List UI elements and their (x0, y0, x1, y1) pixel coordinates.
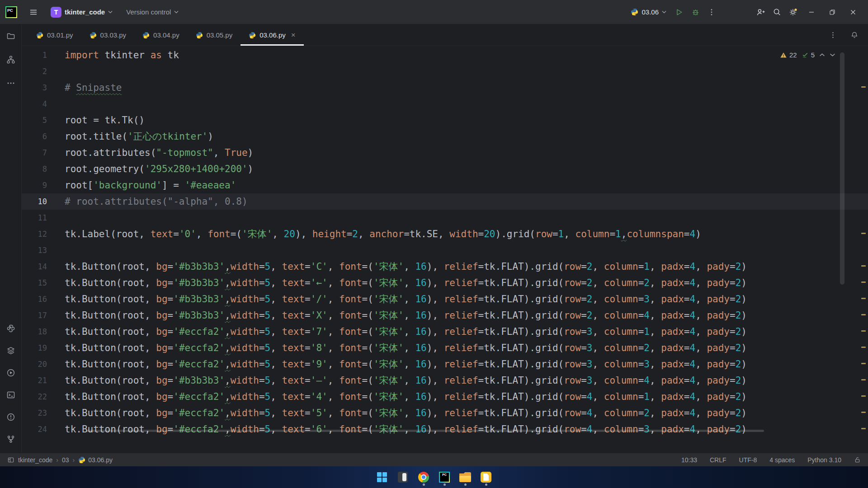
inspections-widget[interactable]: 22 5 (777, 50, 838, 60)
code-line-6[interactable]: 6root.title('正心のtkinter') (22, 128, 868, 145)
taskbar-windows-start-button[interactable] (373, 468, 391, 486)
sidebar-run-button[interactable] (3, 365, 19, 381)
settings-button[interactable] (785, 4, 801, 20)
previous-problem-chevron-icon[interactable] (819, 53, 825, 57)
code-line-3[interactable]: 3# Snipaste (22, 80, 868, 96)
code-line-2[interactable]: 2 (22, 63, 868, 80)
code-line-7[interactable]: 7root.attributes("-topmost", True) (22, 145, 868, 161)
run-configuration-widget[interactable]: 03.06 (626, 5, 671, 20)
line-number[interactable]: 3 (22, 83, 53, 92)
code-line-22[interactable]: 22tk.Button(root, bg='#eccfa2',width=5, … (22, 389, 868, 405)
warning-stripe-mark[interactable] (861, 428, 866, 429)
line-number[interactable]: 7 (22, 148, 53, 157)
run-button[interactable] (671, 4, 687, 20)
code-line-8[interactable]: 8root.geometry('295x280+1400+200') (22, 161, 868, 177)
editor-tab-03.01.py[interactable]: 03.01.py (28, 24, 81, 46)
code-line-19[interactable]: 19tk.Button(root, bg='#eccfa2',width=5, … (22, 340, 868, 356)
line-number[interactable]: 20 (22, 360, 53, 369)
line-number[interactable]: 4 (22, 99, 53, 108)
line-number[interactable]: 1 (22, 51, 53, 60)
status-item-10-33[interactable]: 10:33 (681, 456, 697, 464)
sidebar-services-button[interactable] (3, 343, 19, 359)
warning-stripe-mark[interactable] (861, 412, 866, 413)
line-number[interactable]: 14 (22, 262, 53, 271)
code-line-21[interactable]: 21tk.Button(root, bg='#b3b3b3',width=5, … (22, 372, 868, 389)
line-number[interactable]: 15 (22, 278, 53, 287)
line-number[interactable]: 18 (22, 327, 53, 336)
tab-close-icon[interactable]: × (291, 31, 296, 39)
code-line-5[interactable]: 5root = tk.Tk() (22, 112, 868, 128)
status-item-utf-8[interactable]: UTF-8 (739, 456, 757, 464)
sidebar-version-control-button[interactable] (3, 431, 19, 447)
sidebar-project-folder-button[interactable] (3, 28, 19, 44)
code-line-16[interactable]: 16tk.Button(root, bg='#b3b3b3',width=5, … (22, 291, 868, 307)
status-item-4-spaces[interactable]: 4 spaces (769, 456, 795, 464)
code-line-15[interactable]: 15tk.Button(root, bg='#b3b3b3',width=5, … (22, 275, 868, 291)
code-line-9[interactable]: 9root['background'] = '#eaeaea' (22, 177, 868, 193)
warning-stripe-mark[interactable] (861, 395, 866, 397)
editor-tab-03.06.py[interactable]: 03.06.py× (241, 24, 303, 46)
line-number[interactable]: 8 (22, 164, 53, 174)
code-line-24[interactable]: 24tk.Button(root, bg='#eccfa2',width=5, … (22, 421, 868, 437)
minimize-button[interactable] (801, 3, 822, 21)
code-line-18[interactable]: 18tk.Button(root, bg='#eccfa2',width=5, … (22, 324, 868, 340)
warning-stripe-mark[interactable] (861, 379, 866, 380)
code-line-13[interactable]: 13 (22, 242, 868, 258)
warnings-indicator[interactable]: 22 (780, 51, 797, 59)
typos-indicator[interactable]: 5 (802, 51, 815, 59)
warning-stripe-mark[interactable] (861, 233, 866, 234)
sidebar-problems-button[interactable] (3, 409, 19, 425)
line-number[interactable]: 5 (22, 116, 53, 125)
code-line-1[interactable]: 1import tkinter as tk (22, 47, 868, 63)
code-with-me-button[interactable] (752, 4, 769, 20)
warning-stripe-mark[interactable] (861, 314, 866, 315)
line-number[interactable]: 16 (22, 295, 53, 304)
code-line-20[interactable]: 20tk.Button(root, bg='#eccfa2',width=5, … (22, 356, 868, 372)
code-line-23[interactable]: 23tk.Button(root, bg='#eccfa2',width=5, … (22, 405, 868, 421)
status-item-python-3-10[interactable]: Python 3.10 (807, 456, 841, 464)
line-number[interactable]: 10 (22, 197, 53, 206)
next-problem-chevron-icon[interactable] (830, 53, 835, 57)
pycharm-logo-icon[interactable]: PC (5, 6, 17, 18)
line-number[interactable]: 22 (22, 392, 53, 401)
warning-stripe-mark[interactable] (861, 347, 866, 348)
line-number[interactable]: 9 (22, 181, 53, 190)
status-item-crlf[interactable]: CRLF (710, 456, 726, 464)
line-number[interactable]: 17 (22, 311, 53, 320)
warning-stripe-mark[interactable] (861, 282, 866, 283)
line-number[interactable]: 13 (22, 246, 53, 255)
vertical-scrollbar-thumb[interactable] (840, 52, 844, 285)
tool-window-toggle-icon[interactable] (7, 456, 14, 464)
sidebar-structure-button[interactable] (3, 52, 19, 68)
taskbar-pycharm-button[interactable]: PC (435, 468, 453, 486)
line-number[interactable]: 2 (22, 67, 53, 76)
breadcrumb-item[interactable]: 03.06.py (78, 456, 113, 464)
line-number[interactable]: 24 (22, 425, 53, 434)
code-line-14[interactable]: 14tk.Button(root, bg='#b3b3b3',width=5, … (22, 258, 868, 275)
warning-stripe-mark[interactable] (861, 86, 866, 88)
warning-stripe-mark[interactable] (861, 265, 866, 267)
search-everywhere-button[interactable] (769, 4, 785, 20)
debug-button[interactable] (687, 4, 703, 20)
lock-open-icon[interactable] (854, 456, 861, 463)
line-number[interactable]: 11 (22, 213, 53, 222)
editor-tab-03.05.py[interactable]: 03.05.py (188, 24, 241, 46)
editor-tab-03.03.py[interactable]: 03.03.py (81, 24, 135, 46)
editor-tab-03.04.py[interactable]: 03.04.py (134, 24, 188, 46)
line-number[interactable]: 19 (22, 343, 53, 352)
horizontal-scrollbar-thumb[interactable] (86, 430, 764, 432)
taskbar-gray-app-button[interactable] (394, 468, 412, 486)
project-widget[interactable]: T tkinter_code (46, 5, 117, 20)
taskbar-wps-office-button[interactable] (477, 468, 495, 486)
code-line-10[interactable]: 10# root.attributes("-alpha", 0.8) (22, 193, 868, 210)
sidebar-more-button[interactable] (3, 75, 19, 91)
breadcrumb-item[interactable]: tkinter_code (18, 456, 52, 464)
code-line-11[interactable]: 11 (22, 210, 868, 226)
main-menu-button[interactable] (25, 4, 42, 20)
code-line-4[interactable]: 4 (22, 96, 868, 112)
sidebar-python-packages-button[interactable] (3, 320, 19, 337)
tab-options-button[interactable] (826, 29, 839, 42)
line-number[interactable]: 6 (22, 132, 53, 141)
line-number[interactable]: 12 (22, 230, 53, 239)
code-line-17[interactable]: 17tk.Button(root, bg='#b3b3b3',width=5, … (22, 307, 868, 324)
